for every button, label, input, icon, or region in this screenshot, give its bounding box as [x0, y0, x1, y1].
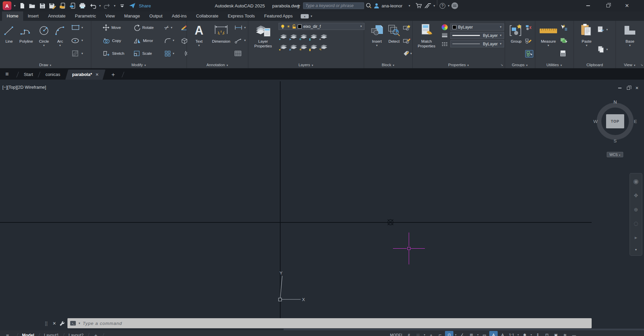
orbit-icon[interactable]: ◌	[634, 220, 638, 226]
new-file-tab-button[interactable]: ＋	[108, 70, 119, 80]
ribbon-collapse-control[interactable]: ▲ ▼	[301, 14, 313, 18]
linear-dim-caret-icon[interactable]: ▼	[244, 26, 246, 29]
search-input[interactable]	[305, 3, 362, 8]
create-block-button[interactable]	[403, 24, 412, 32]
store-button[interactable]	[415, 0, 422, 11]
lineweight-icon[interactable]	[442, 33, 448, 38]
grid-toggle[interactable]: #	[405, 331, 413, 336]
redo-button[interactable]	[103, 2, 111, 10]
viewcube-top-face[interactable]: TOP	[606, 114, 624, 128]
quick-properties-toggle[interactable]: ⊡	[543, 331, 551, 336]
group-edit-button[interactable]	[525, 37, 535, 45]
layer-lock-button[interactable]: ▮	[309, 32, 319, 41]
layer-match-button[interactable]: ●	[319, 32, 329, 41]
tab-featured-apps[interactable]: Featured Apps	[259, 11, 297, 21]
viewcube-compass[interactable]: N W E S TOP	[594, 100, 637, 143]
scale-button[interactable]: Scale	[134, 49, 164, 57]
compass-east[interactable]: E	[634, 119, 637, 124]
annotation-monitor-toggle[interactable]: ↕	[534, 331, 542, 336]
copy-button[interactable]: Copy	[103, 37, 134, 45]
ellipse-tool-button[interactable]: ▼	[71, 37, 90, 45]
copy-clip-caret-icon[interactable]: ▼	[606, 48, 608, 51]
command-input-bar[interactable]: >_ ▼	[67, 318, 592, 328]
base-button[interactable]: Base ▼	[620, 21, 640, 62]
workspace-caret-icon[interactable]: ▼	[530, 331, 533, 336]
wcs-menu[interactable]: WCS ▼	[607, 152, 623, 157]
compass-south[interactable]: S	[613, 138, 616, 143]
autocad-app-button[interactable]: A	[3, 1, 11, 10]
layout-tab-layout1[interactable]: Layout1	[43, 333, 60, 336]
detect-button[interactable]: Detect	[386, 21, 402, 62]
tab-view[interactable]: View	[101, 11, 119, 21]
layer-dropdown[interactable]: ☀ eixo_dir_f ▼	[279, 23, 364, 30]
group-selection-toggle[interactable]	[525, 50, 533, 57]
restore-button[interactable]	[606, 0, 622, 11]
command-dock-close-icon[interactable]: ✕	[50, 321, 59, 326]
viewport-controls-label[interactable]: [−][Top][2D Wireframe]	[2, 85, 46, 90]
showmotion-icon[interactable]: ▸	[635, 235, 637, 241]
clean-screen-toggle[interactable]: —	[570, 331, 578, 336]
panel-label-properties[interactable]: Properties ▼ ↘	[413, 62, 505, 68]
layer-isolate-button[interactable]: ➤	[289, 42, 299, 51]
layer-unlock-button[interactable]: ▮	[309, 42, 319, 51]
compass-west[interactable]: W	[593, 119, 598, 124]
arc-caret-icon[interactable]: ▼	[59, 44, 61, 47]
panel-label-block[interactable]: Block ▼	[364, 62, 412, 68]
recent-commands-caret-icon[interactable]: ▼	[78, 322, 81, 325]
viewport-minimize-icon[interactable]	[618, 88, 622, 88]
hatch-tool-button[interactable]: ▼	[71, 49, 90, 57]
share-label[interactable]: Share	[139, 3, 151, 8]
redo-caret-icon[interactable]: ▼	[113, 4, 116, 7]
tab-add-ins[interactable]: Add-ins	[167, 11, 191, 21]
group-button[interactable]: Group	[508, 21, 525, 62]
tab-parametric[interactable]: Parametric	[70, 11, 101, 21]
snap-caret-icon[interactable]: ▼	[423, 331, 426, 336]
undo-button[interactable]	[89, 2, 97, 10]
base-caret-icon[interactable]: ▼	[629, 44, 631, 47]
trim-caret-icon[interactable]: ▼	[170, 26, 173, 29]
linear-dimension-button[interactable]: ▼	[235, 24, 248, 32]
customization-wrench-icon[interactable]	[59, 320, 65, 326]
file-tab-start[interactable]: Start	[22, 70, 35, 80]
close-button[interactable]: ✕	[625, 0, 640, 11]
layer-properties-button[interactable]: Layer Properties	[252, 21, 274, 62]
panel-label-layers[interactable]: Layers ▼	[248, 62, 364, 68]
drawing-viewport[interactable]: [−][Top][2D Wireframe] ✕ Y X N W E S TOP…	[0, 80, 644, 330]
compass-north[interactable]: N	[613, 99, 617, 104]
copy-clip-button[interactable]: ▼	[597, 45, 611, 53]
stretch-button[interactable]: Stretch	[103, 49, 134, 57]
measure-caret-icon[interactable]: ▼	[547, 44, 550, 47]
search-button[interactable]	[366, 0, 372, 11]
annotation-scale-caret-icon[interactable]: ▼	[516, 331, 520, 336]
color-wheel-icon[interactable]	[442, 24, 448, 30]
dimension-button[interactable]: Dimension	[208, 21, 235, 62]
layout-menu-icon[interactable]: ≡	[0, 333, 14, 336]
navigation-wheel-icon[interactable]: ◉	[633, 177, 639, 185]
zoom-extents-icon[interactable]: ⊕	[634, 207, 638, 213]
file-tab-conicas[interactable]: conicas	[43, 70, 62, 80]
polyline-button[interactable]: Polyline	[17, 21, 36, 62]
annotation-visibility-toggle[interactable]: A	[489, 331, 498, 336]
new-drawing-button[interactable]	[18, 2, 26, 10]
linetype-dropdown[interactable]: ByLayer ▼	[450, 40, 504, 47]
lineweight-caret-icon[interactable]: ▼	[499, 34, 502, 37]
panel-label-utilities[interactable]: Utilities ▼	[535, 62, 574, 68]
customize-qat-button[interactable]	[118, 2, 126, 10]
quick-calculator-button[interactable]	[560, 49, 570, 57]
tab-insert[interactable]: Insert	[23, 11, 44, 21]
file-tab-parabola-active[interactable]: parabola* ✕	[65, 70, 106, 80]
layer-walk-button[interactable]: ✎	[319, 42, 329, 51]
mirror-button[interactable]: Mirror	[134, 37, 164, 45]
properties-dialog-launcher-icon[interactable]: ↘	[500, 62, 503, 68]
polar-caret-icon[interactable]: ▼	[454, 331, 457, 336]
layer-dropdown-caret-icon[interactable]: ▼	[360, 25, 362, 28]
feedback-button[interactable]	[451, 0, 458, 11]
app-menu-caret-icon[interactable]: ▼	[13, 4, 16, 7]
command-input[interactable]	[83, 321, 589, 326]
measure-button[interactable]: Measure ▼	[538, 21, 559, 62]
layout-tab-model[interactable]: Model	[21, 333, 36, 336]
command-dock-grip[interactable]: ⣿	[44, 321, 50, 326]
apps-caret-icon[interactable]: ▼	[433, 0, 436, 11]
panel-label-view[interactable]: View ▼ ↘	[616, 62, 644, 68]
help-button[interactable]: ?	[440, 0, 445, 11]
